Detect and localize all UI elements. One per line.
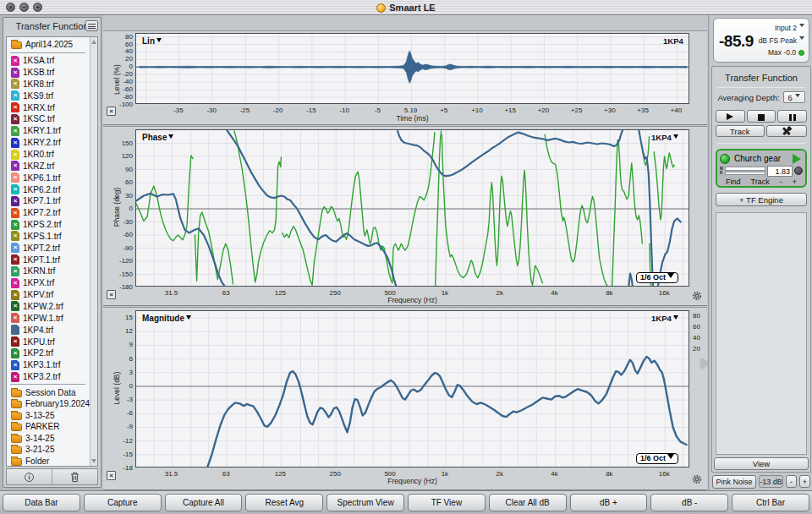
close-pane-button[interactable]: ×: [107, 107, 116, 116]
file-item[interactable]: ×1KRY.2.trf: [8, 137, 89, 149]
scroll-down-icon[interactable]: [91, 459, 96, 463]
delay-value-field[interactable]: 1.83: [767, 166, 793, 177]
play-button[interactable]: [716, 110, 745, 123]
file-item[interactable]: ×1KP3.2.trf: [8, 371, 89, 383]
delay-increment-button[interactable]: +: [793, 178, 797, 187]
engine-run-icon[interactable]: [793, 154, 806, 164]
folder-item[interactable]: PARKER: [8, 421, 89, 433]
pause-icon: [789, 114, 796, 121]
tf-view-button[interactable]: TF View: [408, 494, 486, 511]
file-item[interactable]: ×1KP2.trf: [8, 347, 89, 359]
capture-button[interactable]: Capture: [84, 494, 162, 511]
peak-level-value: -85.9: [719, 32, 754, 51]
file-item[interactable]: ×1KP7.1.trf: [8, 195, 89, 207]
view-button[interactable]: View: [714, 457, 809, 470]
file-item[interactable]: ×1KRX.trf: [8, 101, 89, 113]
add-tf-engine-button[interactable]: + TF Engine: [716, 193, 807, 206]
folder-item[interactable]: 3-14-25: [8, 432, 89, 444]
file-item[interactable]: ×1KP6.2.trf: [8, 183, 89, 195]
data-bar-button[interactable]: Data Bar: [3, 494, 80, 511]
stop-button[interactable]: [747, 110, 776, 123]
ctrl-bar-button[interactable]: Ctrl Bar: [732, 494, 809, 511]
phase-plot[interactable]: [135, 129, 689, 287]
capture-all-button[interactable]: Capture All: [165, 494, 243, 511]
track-button[interactable]: Track: [716, 125, 765, 137]
file-item[interactable]: ×1KRZ.trf: [8, 160, 89, 172]
trace-file-icon: ×: [11, 266, 19, 276]
input-select-dropdown[interactable]: Input 2: [759, 22, 804, 35]
info-button[interactable]: i: [7, 469, 52, 484]
file-item[interactable]: ×1KR8.trf: [8, 79, 89, 90]
pause-button[interactable]: [777, 110, 807, 123]
file-item[interactable]: ×1KPS.2.trf: [8, 219, 89, 231]
gear-icon[interactable]: [692, 291, 702, 301]
engine-options-knob[interactable]: [794, 167, 803, 175]
delete-button[interactable]: [52, 469, 97, 484]
scroll-up-icon[interactable]: [91, 40, 96, 44]
folder-item[interactable]: February19.2024: [8, 398, 89, 410]
reset-avg-button[interactable]: Reset Avg: [245, 494, 323, 511]
delay-track-button[interactable]: Track: [751, 178, 770, 187]
db--button[interactable]: dB +: [570, 494, 648, 511]
meter-mode-dropdown[interactable]: dB FS Peak: [759, 35, 804, 47]
file-item[interactable]: ×1KP6.1.trf: [8, 172, 89, 183]
tools-button[interactable]: [766, 125, 807, 137]
file-item[interactable]: ×1KSC.trf: [8, 113, 89, 125]
magnitude-type-dropdown[interactable]: Magnitude: [142, 314, 191, 323]
session-folder-item[interactable]: April14.2025: [8, 39, 89, 51]
close-pane-button[interactable]: ×: [107, 290, 116, 299]
folder-item[interactable]: Folder: [8, 455, 89, 467]
folder-item[interactable]: 3-13-25: [8, 409, 89, 421]
gear-icon[interactable]: [692, 474, 702, 484]
file-item[interactable]: ×1KPW.2.trf: [8, 301, 89, 313]
browser-menu-icon[interactable]: [85, 20, 98, 31]
folder-item[interactable]: 3-21-25: [8, 444, 89, 456]
db--button[interactable]: dB -: [650, 494, 728, 511]
generator-level-down-button[interactable]: -: [786, 475, 797, 488]
file-item[interactable]: ×1KP3.1.trf: [8, 359, 89, 371]
impulse-response-plot[interactable]: [135, 33, 689, 104]
folder-item[interactable]: Session Data: [8, 386, 89, 398]
chevron-down-icon: [799, 24, 804, 30]
delay-decrement-button[interactable]: -: [780, 178, 782, 187]
file-item[interactable]: ×1KPT.2.trf: [8, 242, 89, 254]
engine-active-led[interactable]: [720, 154, 730, 164]
x-tick-label: +15: [504, 107, 516, 114]
phase-type-dropdown[interactable]: Phase: [142, 133, 173, 142]
phase-trace-dropdown[interactable]: 1KP4: [651, 133, 678, 142]
close-pane-button[interactable]: ×: [107, 471, 116, 480]
generator-level-up-button[interactable]: +: [799, 475, 810, 488]
file-item[interactable]: ×1KPT.1.trf: [8, 254, 89, 265]
file-item[interactable]: ×1KRY.1.trf: [8, 125, 89, 137]
panel-divider-handle[interactable]: [701, 358, 708, 369]
magnitude-trace-dropdown[interactable]: 1KP4: [651, 314, 678, 323]
folder-icon: [11, 41, 22, 49]
file-item[interactable]: ×1KPX.trf: [8, 277, 89, 289]
file-item[interactable]: ×1KPS.1.trf: [8, 231, 89, 243]
tf-engine-strip[interactable]: Church gear MR 1.83 Find Track - +: [716, 149, 807, 188]
phase-banding-dropdown[interactable]: 1/6 Oct: [636, 272, 678, 283]
file-item[interactable]: ×1KRN.trf: [8, 265, 89, 277]
file-item[interactable]: ×1KPV.trf: [8, 289, 89, 301]
y-tick-label: 60: [114, 41, 133, 48]
file-item[interactable]: ×1KSA.trf: [8, 55, 89, 67]
file-item[interactable]: 1KP4.trf: [8, 324, 89, 336]
delay-find-button[interactable]: Find: [726, 178, 741, 187]
file-item[interactable]: ×1KPW.1.trf: [8, 312, 89, 324]
magnitude-plot[interactable]: [135, 310, 689, 468]
lin-type-dropdown[interactable]: Lin: [142, 36, 162, 46]
file-item[interactable]: ×1KP7.2.trf: [8, 207, 89, 219]
spectrum-view-button[interactable]: Spectrum View: [326, 494, 404, 511]
averaging-depth-dropdown[interactable]: 6: [783, 91, 805, 103]
list-divider: [10, 384, 85, 385]
trace-file-icon: ×: [11, 313, 19, 323]
pink-noise-button[interactable]: Pink Noise: [712, 475, 756, 489]
clear-all-db-button[interactable]: Clear All dB: [489, 494, 567, 511]
file-item[interactable]: ×1KSB.trf: [8, 67, 89, 79]
file-list-scrollbar[interactable]: [90, 37, 97, 466]
file-item[interactable]: ×1KPU.trf: [8, 336, 89, 347]
file-item[interactable]: ×1KS9.trf: [8, 90, 89, 101]
file-item[interactable]: ×1KR0.trf: [8, 149, 89, 161]
lin-trace-label[interactable]: 1KP4: [663, 36, 683, 46]
magnitude-banding-dropdown[interactable]: 1/6 Oct: [636, 453, 678, 464]
